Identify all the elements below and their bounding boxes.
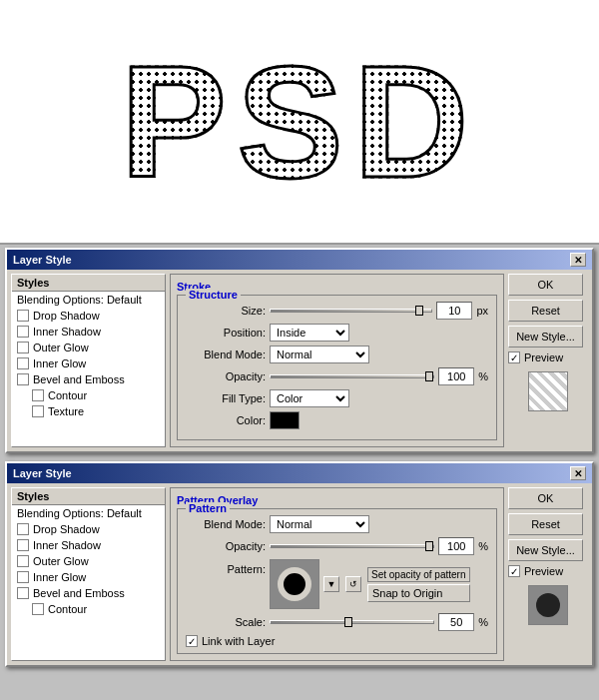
psd-display-text: PSD xyxy=(121,30,479,214)
dialog1-texture-checkbox[interactable] xyxy=(32,405,44,417)
dialog1-opacity-unit: % xyxy=(478,370,488,382)
dialog2-pattern-group: Pattern Blend Mode: Normal Multiply Opac… xyxy=(177,508,497,654)
dialog2-pattern-row: Pattern: ▼ ↺ Set opacity of pattern xyxy=(186,559,488,609)
dialog2-titlebar: Layer Style ✕ xyxy=(7,463,592,483)
dialog1-blendmode-select[interactable]: Normal Multiply Screen xyxy=(270,346,369,363)
dialog2-inner-glow[interactable]: Inner Glow xyxy=(12,569,165,585)
dialog2-preview-thumbnail xyxy=(528,585,568,625)
dialog2-buttons: OK Reset New Style... ✓ Preview xyxy=(508,487,588,661)
dialog2-pattern-preview[interactable] xyxy=(270,559,319,609)
dialog1-inner-glow[interactable]: Inner Glow xyxy=(12,355,165,371)
dialog1-inner-shadow[interactable]: Inner Shadow xyxy=(12,324,165,340)
dialog2-pattern-inner xyxy=(278,567,311,601)
dialog1-contour-checkbox[interactable] xyxy=(32,389,44,401)
dialog1-size-label: Size: xyxy=(186,305,266,317)
dialog2-scale-input[interactable] xyxy=(438,613,474,631)
dialog1-close-button[interactable]: ✕ xyxy=(570,253,586,267)
dialog2-preview-row: ✓ Preview xyxy=(508,565,588,577)
dialog2-contour[interactable]: Contour xyxy=(12,601,165,617)
dialog2-opacity-slider[interactable] xyxy=(270,544,434,548)
dialog1-blendmode-row: Blend Mode: Normal Multiply Screen xyxy=(186,346,488,363)
dialog1-right-panel: Stroke Structure Size: px Position: xyxy=(170,274,504,447)
dialog2-preview-label: Preview xyxy=(524,565,563,577)
dialog2-outer-glow[interactable]: Outer Glow xyxy=(12,553,165,569)
dialog1-size-slider[interactable] xyxy=(270,309,432,313)
dialog1-ok-button[interactable]: OK xyxy=(508,274,583,296)
dialog1-outer-glow[interactable]: Outer Glow xyxy=(12,340,165,355)
dialog2-inner-shadow[interactable]: Inner Shadow xyxy=(12,537,165,553)
dialog2-title: Layer Style xyxy=(13,467,72,479)
dialog1-blending-label: Blending Options: Default xyxy=(17,294,142,306)
dialog1-size-row: Size: px xyxy=(186,302,488,320)
dialog1-filltype-row: Fill Type: Color Gradient Pattern xyxy=(186,389,488,407)
dialog1-size-input[interactable] xyxy=(436,302,472,320)
dialog2-blendmode-select[interactable]: Normal Multiply xyxy=(270,515,369,533)
dialog1-contour[interactable]: Contour xyxy=(12,387,165,403)
dialog2-scale-row: Scale: % xyxy=(186,613,488,631)
dialog2-blending-options[interactable]: Blending Options: Default xyxy=(12,505,165,521)
dialog1-title: Layer Style xyxy=(13,254,72,266)
dialog1-drop-shadow[interactable]: Drop Shadow xyxy=(12,308,165,324)
dialog2-bevel-emboss[interactable]: Bevel and Emboss xyxy=(12,585,165,601)
dialog2-snap-origin-button[interactable]: Snap to Origin xyxy=(367,584,470,602)
dialog2-inner-glow-checkbox[interactable] xyxy=(17,571,29,583)
dialog1-color-swatch[interactable] xyxy=(270,411,300,429)
dialog2-group-title: Pattern xyxy=(186,502,230,514)
dialog2-outer-glow-checkbox[interactable] xyxy=(17,555,29,567)
dialog1-position-row: Position: Inside Outside Center xyxy=(186,324,488,342)
dialog1-texture[interactable]: Texture xyxy=(12,403,165,419)
dialog2-scale-unit: % xyxy=(478,616,488,628)
layer-style-dialog-1: Layer Style ✕ Styles Blending Options: D… xyxy=(5,248,594,453)
dialog1-opacity-input[interactable] xyxy=(438,367,474,385)
dialog1-outer-glow-label: Outer Glow xyxy=(33,342,89,353)
dialog1-filltype-select[interactable]: Color Gradient Pattern xyxy=(270,389,349,407)
dialog2-bevel-emboss-checkbox[interactable] xyxy=(17,587,29,599)
dialog1-structure-group: Structure Size: px Position: Inside xyxy=(177,295,497,440)
dialog1-contour-label: Contour xyxy=(48,389,87,401)
dialog1-color-row: Color: xyxy=(186,411,488,429)
dialog2-opacity-unit: % xyxy=(478,540,488,552)
dialog2-scale-slider[interactable] xyxy=(270,620,434,624)
dialog1-opacity-label: Opacity: xyxy=(186,370,266,382)
dialog1-position-label: Position: xyxy=(186,327,266,339)
dialog1-bevel-emboss-checkbox[interactable] xyxy=(17,373,29,385)
dialog1-inner-shadow-label: Inner Shadow xyxy=(33,326,101,338)
dialog1-inner-shadow-checkbox[interactable] xyxy=(17,326,29,338)
dialog1-new-style-button[interactable]: New Style... xyxy=(508,326,583,348)
dialog1-bevel-emboss-label: Bevel and Emboss xyxy=(33,373,125,385)
dialog2-reset-button[interactable]: Reset xyxy=(508,513,583,535)
dialog1-bevel-emboss[interactable]: Bevel and Emboss xyxy=(12,371,165,387)
dialog1-blendmode-label: Blend Mode: xyxy=(186,349,266,360)
dialog2-preview-checkbox[interactable]: ✓ xyxy=(508,565,520,577)
dialog2-contour-checkbox[interactable] xyxy=(32,603,44,615)
dialog2-right-panel: Pattern Overlay Pattern Blend Mode: Norm… xyxy=(170,487,504,661)
dialog1-content: Stroke Structure Size: px Position: xyxy=(170,274,504,447)
dialog2-styles-title: Styles xyxy=(12,488,165,505)
dialog2-pattern-dropdown[interactable]: ▼ xyxy=(323,576,339,592)
dialog2-opacity-input[interactable] xyxy=(438,537,474,555)
dialog1-outer-glow-checkbox[interactable] xyxy=(17,342,29,353)
dialog2-link-layer-checkbox[interactable]: ✓ xyxy=(186,635,198,647)
dialog2-drop-shadow[interactable]: Drop Shadow xyxy=(12,521,165,537)
dialog1-inner-glow-checkbox[interactable] xyxy=(17,357,29,369)
dialog1-position-select[interactable]: Inside Outside Center xyxy=(270,324,349,342)
dialog2-inner-shadow-checkbox[interactable] xyxy=(17,539,29,551)
dialog1-reset-button[interactable]: Reset xyxy=(508,300,583,322)
dialog2-pattern-label: Pattern: xyxy=(186,559,266,575)
dialog2-ok-button[interactable]: OK xyxy=(508,487,583,509)
dialog1-preview-label: Preview xyxy=(524,351,563,363)
dialog2-drop-shadow-label: Drop Shadow xyxy=(33,523,100,535)
dialog2-drop-shadow-checkbox[interactable] xyxy=(17,523,29,535)
dialog1-preview-checkbox[interactable]: ✓ xyxy=(508,351,520,363)
dialog1-left-panel: Styles Blending Options: Default Drop Sh… xyxy=(11,274,166,447)
dialog2-pattern-reset[interactable]: ↺ xyxy=(345,576,361,592)
layer-style-dialog-2: Layer Style ✕ Styles Blending Options: D… xyxy=(5,461,594,667)
dialog1-size-unit: px xyxy=(476,305,488,317)
dialog1-color-label: Color: xyxy=(186,414,266,426)
dialog2-close-button[interactable]: ✕ xyxy=(570,466,586,480)
dialog1-opacity-slider[interactable] xyxy=(270,374,434,378)
dialog2-new-style-button[interactable]: New Style... xyxy=(508,539,583,561)
dialog1-drop-shadow-checkbox[interactable] xyxy=(17,310,29,322)
dialog1-blending-options[interactable]: Blending Options: Default xyxy=(12,292,165,308)
dialog2-contour-label: Contour xyxy=(48,603,87,615)
